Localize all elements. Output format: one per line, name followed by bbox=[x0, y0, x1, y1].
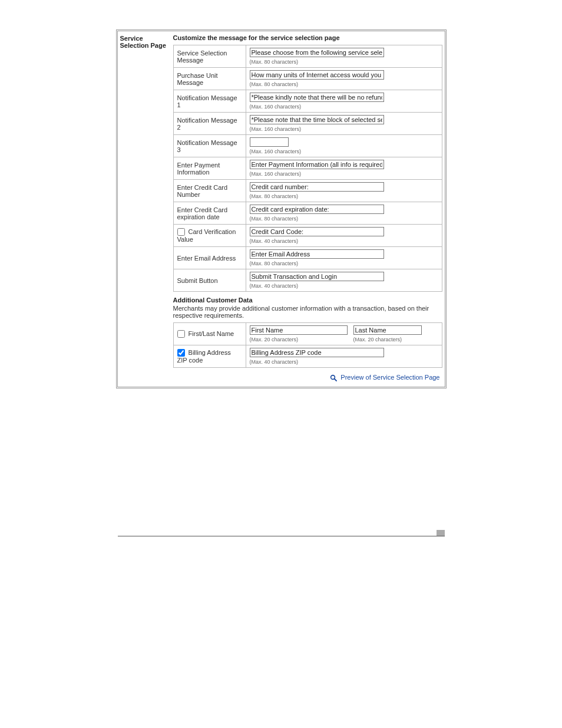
checkbox-first-last-name[interactable] bbox=[177, 330, 185, 338]
preview-link-text: Preview of Service Selection Page bbox=[340, 374, 439, 381]
label-submit-button: Submit Button bbox=[173, 269, 246, 292]
input-service-selection-message[interactable] bbox=[250, 48, 384, 57]
footer-tab bbox=[437, 530, 445, 536]
hint: (Max. 160 characters) bbox=[250, 149, 438, 154]
hint: (Max. 40 characters) bbox=[250, 359, 438, 365]
magnifier-icon bbox=[330, 374, 340, 381]
input-billing-zip[interactable] bbox=[250, 348, 384, 357]
input-first-name[interactable] bbox=[250, 325, 348, 335]
input-cc-expiry[interactable] bbox=[250, 205, 384, 214]
hint: (Max. 160 characters) bbox=[250, 104, 438, 110]
input-notification-3[interactable] bbox=[250, 137, 289, 147]
label-email: Enter Email Address bbox=[173, 247, 246, 269]
preview-link[interactable]: Preview of Service Selection Page bbox=[330, 374, 439, 381]
hint: (Max. 160 characters) bbox=[250, 126, 438, 132]
messages-table: Service Selection Message (Max. 80 chara… bbox=[173, 45, 442, 292]
label-notification-3: Notification Message 3 bbox=[173, 135, 246, 157]
hint: (Max. 80 characters) bbox=[250, 193, 438, 199]
hint: (Max. 20 characters) bbox=[353, 337, 422, 342]
hint: (Max. 80 characters) bbox=[250, 81, 438, 87]
label-card-verification: Card Verification Value bbox=[177, 228, 236, 243]
panel-side-title: Service Selection Page bbox=[118, 31, 171, 387]
label-first-last-name: First/Last Name bbox=[189, 330, 234, 337]
checkbox-billing-zip[interactable] bbox=[177, 349, 185, 357]
hint: (Max. 40 characters) bbox=[250, 238, 438, 244]
checkbox-card-verification[interactable] bbox=[177, 228, 185, 236]
additional-data-heading: Additional Customer Data bbox=[173, 297, 442, 304]
hint: (Max. 160 characters) bbox=[250, 171, 438, 177]
hint: (Max. 80 characters) bbox=[250, 261, 438, 266]
label-cc-expiry: Enter Credit Card expiration date bbox=[173, 202, 246, 225]
hint: (Max. 20 characters) bbox=[250, 337, 348, 342]
panel-heading: Customize the message for the service se… bbox=[173, 34, 442, 45]
input-email[interactable] bbox=[250, 249, 384, 259]
input-last-name[interactable] bbox=[353, 325, 422, 335]
input-purchase-unit-message[interactable] bbox=[250, 70, 384, 80]
input-notification-1[interactable] bbox=[250, 93, 384, 102]
hint: (Max. 80 characters) bbox=[250, 216, 438, 222]
svg-line-1 bbox=[335, 379, 337, 381]
input-cc-number[interactable] bbox=[250, 182, 384, 192]
label-billing-zip: Billing Address ZIP code bbox=[177, 349, 231, 364]
input-card-verification[interactable] bbox=[250, 227, 384, 236]
footer-rule bbox=[118, 536, 445, 536]
label-service-selection-message: Service Selection Message bbox=[173, 45, 246, 68]
input-notification-2[interactable] bbox=[250, 115, 384, 124]
label-notification-2: Notification Message 2 bbox=[173, 113, 246, 135]
input-payment-info[interactable] bbox=[250, 160, 384, 169]
label-notification-1: Notification Message 1 bbox=[173, 90, 246, 113]
service-selection-panel: Service Selection Page Customize the mes… bbox=[116, 29, 447, 388]
additional-table: First/Last Name (Max. 20 characters) bbox=[173, 322, 442, 368]
page-footer bbox=[118, 536, 445, 536]
additional-data-desc: Merchants may provide additional custome… bbox=[173, 305, 442, 319]
input-submit-button[interactable] bbox=[250, 272, 384, 281]
label-payment-info: Enter Payment Information bbox=[173, 157, 246, 180]
label-purchase-unit-message: Purchase Unit Message bbox=[173, 68, 246, 90]
label-cc-number: Enter Credit Card Number bbox=[173, 180, 246, 202]
hint: (Max. 80 characters) bbox=[250, 59, 438, 65]
hint: (Max. 40 characters) bbox=[250, 283, 438, 289]
